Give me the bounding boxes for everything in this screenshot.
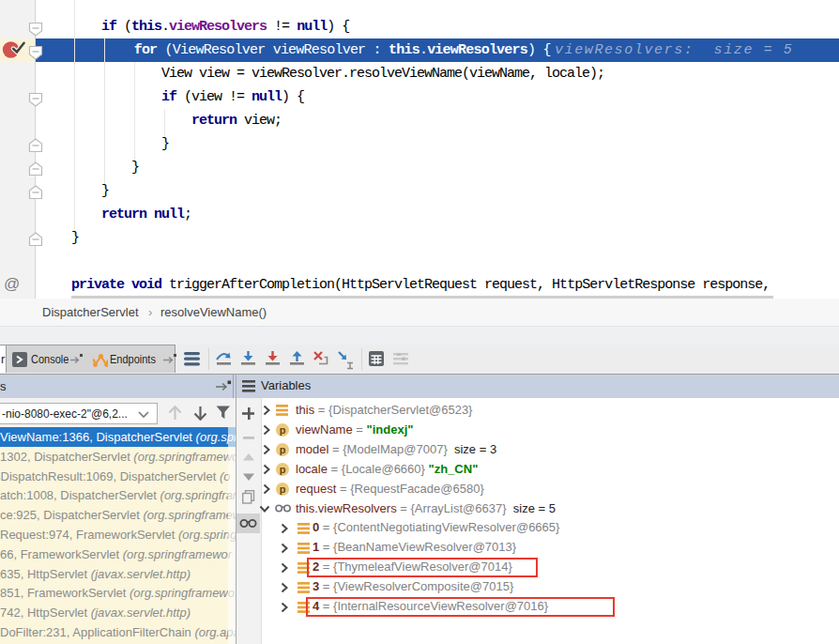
svg-text:p: p <box>280 483 286 495</box>
svg-text:p: p <box>280 464 286 475</box>
svg-text:p: p <box>280 424 286 436</box>
svg-text:p: p <box>280 444 286 455</box>
